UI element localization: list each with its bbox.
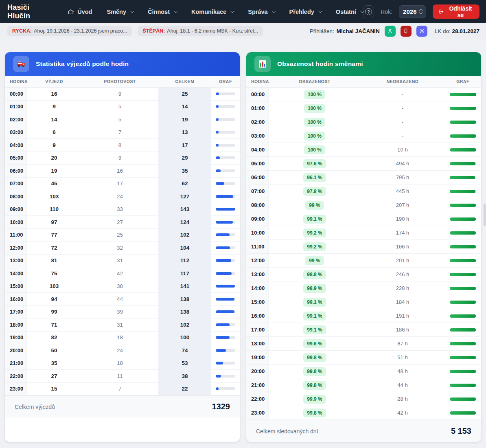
occupancy-badge: 99.9 % — [303, 395, 326, 404]
obsazenost-cell: 100 % — [269, 104, 361, 113]
bar-track — [450, 397, 476, 401]
bar-fill — [450, 217, 476, 221]
help-button[interactable]: ? — [363, 5, 374, 18]
neobsazeno-cell: 494 h — [361, 160, 444, 167]
occupancy-badge: 100 % — [304, 118, 325, 127]
logout-icon — [439, 9, 444, 15]
graf-cell — [211, 375, 240, 378]
bar-track — [450, 107, 476, 110]
graf-cell — [211, 131, 240, 134]
graf-cell — [211, 310, 240, 313]
nav-item-komunikace[interactable]: Komunikace — [191, 9, 233, 15]
table-row: 20:00 50 24 74 — [5, 344, 240, 357]
bar-fill — [216, 131, 219, 134]
table-row: 17:00 99.1 % 186 h — [246, 323, 481, 337]
sun-theme-icon[interactable] — [416, 26, 427, 37]
year-select[interactable]: 2026 — [399, 5, 426, 18]
graf-cell — [211, 233, 240, 236]
total-days-label: Celkem sledovaných dní — [256, 428, 318, 435]
hour-cell: 21:00 — [246, 378, 269, 392]
user-status-icon[interactable] — [385, 26, 396, 37]
bar-fill — [450, 176, 475, 179]
occupancy-badge: 98.9 % — [303, 284, 326, 293]
neobsazeno-cell: - — [361, 119, 444, 125]
hour-cell: 20:00 — [246, 365, 269, 378]
hour-cell: 23:00 — [246, 406, 269, 419]
table-row: 23:00 99.8 % 42 h — [246, 406, 481, 420]
nav-item-ostatni[interactable]: Ostatní — [336, 9, 363, 15]
nav-item-sprava[interactable]: Správa — [248, 9, 274, 15]
status-message-chip[interactable]: ŠTĚPÁN:Ahoj, 18.1 - 6.2 mimo MSK - Kurz … — [138, 26, 263, 36]
bar-track — [450, 93, 476, 96]
column-header: OBSAZENOST — [269, 79, 361, 84]
celkem-cell: 100 — [158, 332, 211, 344]
hour-cell: 22:00 — [5, 370, 27, 382]
bar-fill — [216, 105, 219, 108]
logout-button[interactable]: Odhlásit se — [433, 4, 479, 19]
neobsazeno-cell: 48 h — [361, 368, 444, 374]
hour-cell: 18:00 — [246, 337, 269, 350]
bar-track — [450, 134, 476, 138]
occupancy-badge: 97.6 % — [303, 159, 326, 168]
nav-item-smeny[interactable]: Směny — [107, 9, 133, 15]
hour-cell: 19:00 — [5, 332, 27, 344]
graf-cell — [211, 105, 240, 108]
hour-cell: 07:00 — [5, 178, 27, 190]
pohotovost-cell: 42 — [81, 270, 158, 277]
pohotovost-cell: 7 — [81, 129, 158, 135]
bar-fill — [450, 273, 476, 276]
celkem-cell: 127 — [158, 190, 211, 203]
bar-track — [450, 190, 476, 193]
total-days-value: 5 153 — [451, 426, 471, 436]
table-row: 06:00 96.1 % 795 h — [246, 171, 481, 184]
table-row: 04:00 100 % 10 h — [246, 143, 481, 157]
phone-status-icon[interactable] — [401, 26, 412, 37]
graf-cell — [211, 195, 240, 198]
hour-cell: 15:00 — [246, 295, 269, 309]
bar-fill — [450, 162, 475, 165]
neobsazeno-cell: 51 h — [361, 354, 444, 360]
occupancy-card-title: Obsazenost hodin směnami — [277, 60, 363, 68]
chevron-down-icon — [318, 9, 322, 13]
nav-item-label: Činnost — [148, 9, 170, 15]
status-message-chip[interactable]: RYCKA:Ahoj, 19.1.2026 - 23.1.2026 jsem p… — [7, 26, 132, 36]
bar-track — [450, 301, 476, 304]
bar-fill — [450, 107, 476, 110]
neobsazeno-cell: 44 h — [361, 382, 444, 388]
graf-cell — [211, 387, 240, 390]
obsazenost-cell: 99.8 % — [269, 353, 361, 362]
neobsazeno-cell: 191 h — [361, 313, 444, 319]
table-row: 05:00 20 9 29 — [5, 152, 240, 165]
vyjezd-cell: 71 — [27, 322, 81, 328]
bar-fill — [450, 287, 476, 290]
nav-item-label: Přehledy — [289, 9, 314, 15]
graf-cell — [211, 259, 240, 262]
neobsazeno-cell: 445 h — [361, 188, 444, 194]
table-row: 00:00 100 % - — [246, 88, 481, 101]
statistics-card: Statistika výjezdů podle hodin HODINAVÝJ… — [5, 52, 240, 442]
graf-cell — [211, 169, 240, 172]
bar-track — [216, 272, 235, 275]
graf-cell — [211, 156, 240, 159]
vyjezd-cell: 20 — [27, 155, 81, 161]
nav-item-prehledy[interactable]: Přehledy — [289, 9, 321, 15]
bar-fill — [216, 349, 226, 352]
vyjezd-cell: 19 — [27, 168, 81, 174]
table-row: 07:00 97.8 % 445 h — [246, 184, 481, 198]
nav-item-uvod[interactable]: Úvod — [68, 9, 92, 15]
column-header: GRAF — [444, 79, 481, 84]
nav-item-cinnost[interactable]: Činnost — [148, 9, 177, 15]
table-row: 23:00 15 7 22 — [5, 383, 240, 396]
scrollbar-thumb[interactable] — [484, 204, 486, 226]
occupancy-badge: 100 % — [304, 90, 325, 99]
hour-cell: 15:00 — [5, 280, 27, 293]
total-callouts-value: 1329 — [212, 402, 230, 411]
obsazenost-cell: 100 % — [269, 145, 361, 154]
obsazenost-cell: 99.8 % — [269, 381, 361, 390]
obsazenost-cell: 99.9 % — [269, 395, 361, 404]
table-row: 22:00 99.9 % 28 h — [246, 392, 481, 406]
hour-cell: 11:00 — [246, 240, 269, 253]
occupancy-badge: 99 % — [305, 256, 324, 265]
bar-track — [216, 375, 235, 378]
bar-fill — [216, 387, 219, 390]
